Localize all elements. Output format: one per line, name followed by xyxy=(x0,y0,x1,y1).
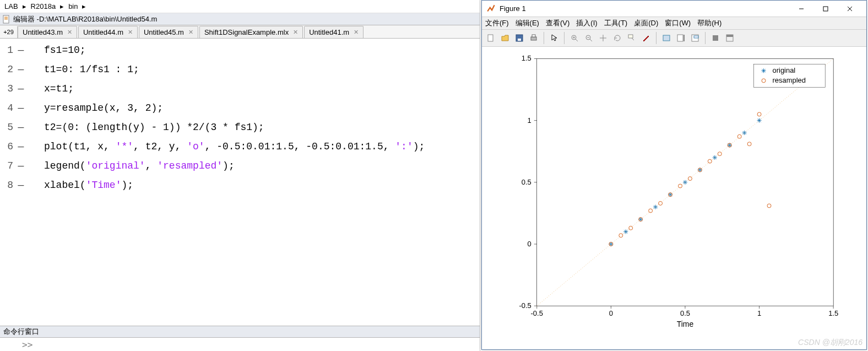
menu-help[interactable]: 帮助(H) xyxy=(697,18,721,28)
menu-desktop[interactable]: 桌面(D) xyxy=(634,18,658,28)
tab-label: Untitled45.m xyxy=(144,28,184,36)
tab-label: Untitled41.m xyxy=(309,28,349,36)
editor-titlebar: 编辑器 - D:\MATLAB\R2018a\bin\Untitled54.m xyxy=(0,13,480,25)
tab-overflow[interactable]: +29 xyxy=(0,26,18,38)
menu-window[interactable]: 窗口(W) xyxy=(665,18,691,28)
breadcrumb[interactable]: LAB ▸ R2018a ▸ bin ▸ xyxy=(0,0,480,13)
svg-text:-0.5: -0.5 xyxy=(531,309,543,317)
figure-axes[interactable]: -0.500.511.5-0.500.511.5Timeoriginalresa… xyxy=(482,47,866,349)
zoom-in-icon[interactable] xyxy=(568,31,581,45)
svg-text:resampled: resampled xyxy=(772,76,805,84)
figure-title: Figure 1 xyxy=(500,4,526,13)
code-l1: fs1=10; xyxy=(26,41,86,60)
svg-text:original: original xyxy=(772,66,795,74)
link-icon[interactable] xyxy=(660,31,673,45)
breadcrumb-seg[interactable]: bin xyxy=(66,2,80,10)
plot-svg: -0.500.511.5-0.500.511.5Timeoriginalresa… xyxy=(482,47,866,349)
svg-rect-13 xyxy=(683,35,685,41)
breadcrumb-arrow: ▸ xyxy=(20,2,29,10)
brush-icon[interactable] xyxy=(639,31,653,45)
rotate-icon[interactable] xyxy=(611,31,624,45)
code-l5: t2=(0: (length(y) - 1)) *2/(3 * fs1); xyxy=(26,118,264,137)
editor-file-path: D:\MATLAB\R2018a\bin\Untitled54.m xyxy=(39,15,157,23)
svg-text:-0.5: -0.5 xyxy=(519,301,531,310)
save-icon[interactable] xyxy=(513,31,526,45)
breadcrumb-arrow: ▸ xyxy=(80,2,88,10)
svg-text:0: 0 xyxy=(528,240,531,248)
tab-shift1d[interactable]: Shift1DSignalExample.mlx ✕ xyxy=(199,26,303,38)
code-l6: plot(t1, x, '*', t2, y, 'o', -0.5:0.01:1… xyxy=(26,137,425,156)
svg-text:0: 0 xyxy=(609,309,613,317)
zoom-out-icon[interactable] xyxy=(582,31,595,45)
tab-untitled41[interactable]: Untitled41.m ✕ xyxy=(304,26,364,38)
close-icon[interactable]: ✕ xyxy=(67,29,72,36)
svg-rect-11 xyxy=(663,35,670,41)
code-l2: t1=0: 1/fs1 : 1; xyxy=(26,60,139,79)
svg-rect-7 xyxy=(532,35,535,37)
hide-tools-icon[interactable] xyxy=(709,31,722,45)
svg-text:Time: Time xyxy=(677,320,694,328)
tab-untitled45[interactable]: Untitled45.m ✕ xyxy=(139,26,198,38)
pointer-icon[interactable] xyxy=(547,31,561,45)
figure-menubar: 文件(F) 编辑(E) 查看(V) 插入(I) 工具(T) 桌面(D) 窗口(W… xyxy=(482,17,866,30)
code-l8: xlabel('Time'); xyxy=(26,176,133,195)
tab-label: Shift1DSignalExample.mlx xyxy=(204,28,289,36)
svg-text:0.5: 0.5 xyxy=(680,309,690,317)
legend-icon[interactable] xyxy=(688,31,702,45)
close-icon[interactable]: ✕ xyxy=(293,29,298,36)
watermark: CSDN @胡刚2016 xyxy=(798,338,862,348)
close-icon[interactable]: ✕ xyxy=(128,29,133,36)
breadcrumb-arrow: ▸ xyxy=(58,2,66,10)
tab-untitled44[interactable]: Untitled44.m ✕ xyxy=(78,26,138,38)
svg-rect-18 xyxy=(726,35,733,37)
colorbar-icon[interactable] xyxy=(674,31,687,45)
dock-icon[interactable] xyxy=(723,31,736,45)
figure-titlebar[interactable]: Figure 1 xyxy=(482,1,866,17)
close-icon[interactable]: ✕ xyxy=(354,29,359,36)
minimize-button[interactable] xyxy=(789,1,813,17)
svg-text:1.5: 1.5 xyxy=(522,54,531,62)
svg-text:1: 1 xyxy=(757,309,761,317)
command-window-title: 命令行窗口 xyxy=(0,326,480,338)
tab-untitled43[interactable]: Untitled43.m ✕ xyxy=(18,26,77,38)
svg-rect-12 xyxy=(677,35,683,41)
figure-window: Figure 1 文件(F) 编辑(E) 查看(V) 插入(I) 工具(T) 桌… xyxy=(481,0,867,350)
code-l4: y=resample(x, 3, 2); xyxy=(26,99,163,118)
code-l3: x=t1; xyxy=(26,79,74,99)
menu-file[interactable]: 文件(F) xyxy=(485,18,509,28)
figure-toolbar xyxy=(482,30,866,47)
editor-tabs: +29 Untitled43.m ✕ Untitled44.m ✕ Untitl… xyxy=(0,25,480,39)
code-editor[interactable]: 1—fs1=10; 2—t1=0: 1/fs1 : 1; 3—x=t1; 4—y… xyxy=(0,39,480,326)
open-icon[interactable] xyxy=(498,31,512,45)
new-icon[interactable] xyxy=(484,31,497,45)
svg-text:1.5: 1.5 xyxy=(828,309,838,317)
svg-rect-6 xyxy=(531,37,536,40)
editor-title-prefix: 编辑器 - xyxy=(13,14,39,24)
breadcrumb-seg[interactable]: R2018a xyxy=(29,2,58,10)
menu-edit[interactable]: 编辑(E) xyxy=(516,18,539,28)
menu-tools[interactable]: 工具(T) xyxy=(604,18,628,28)
code-l7: legend('original', 'resampled'); xyxy=(26,156,235,176)
pan-icon[interactable] xyxy=(596,31,610,45)
datacursor-icon[interactable] xyxy=(625,31,638,45)
editor-panel: LAB ▸ R2018a ▸ bin ▸ 编辑器 - D:\MATLAB\R20… xyxy=(0,0,480,351)
maximize-button[interactable] xyxy=(813,1,838,17)
svg-rect-10 xyxy=(628,35,633,38)
svg-rect-2 xyxy=(823,7,828,11)
svg-text:1: 1 xyxy=(528,116,531,124)
tab-label: Untitled43.m xyxy=(23,28,63,36)
tab-overflow-label: +29 xyxy=(3,29,14,35)
print-icon[interactable] xyxy=(527,31,540,45)
tab-label: Untitled44.m xyxy=(83,28,123,36)
document-icon xyxy=(2,15,11,24)
svg-rect-5 xyxy=(518,39,521,41)
close-icon[interactable]: ✕ xyxy=(188,29,193,36)
breadcrumb-seg[interactable]: LAB xyxy=(2,2,20,10)
svg-rect-15 xyxy=(694,36,698,38)
close-button[interactable] xyxy=(838,1,862,17)
matlab-icon xyxy=(486,4,496,14)
svg-rect-3 xyxy=(488,35,493,41)
menu-insert[interactable]: 插入(I) xyxy=(576,18,597,28)
menu-view[interactable]: 查看(V) xyxy=(546,18,569,28)
command-window[interactable]: >> xyxy=(0,338,480,351)
